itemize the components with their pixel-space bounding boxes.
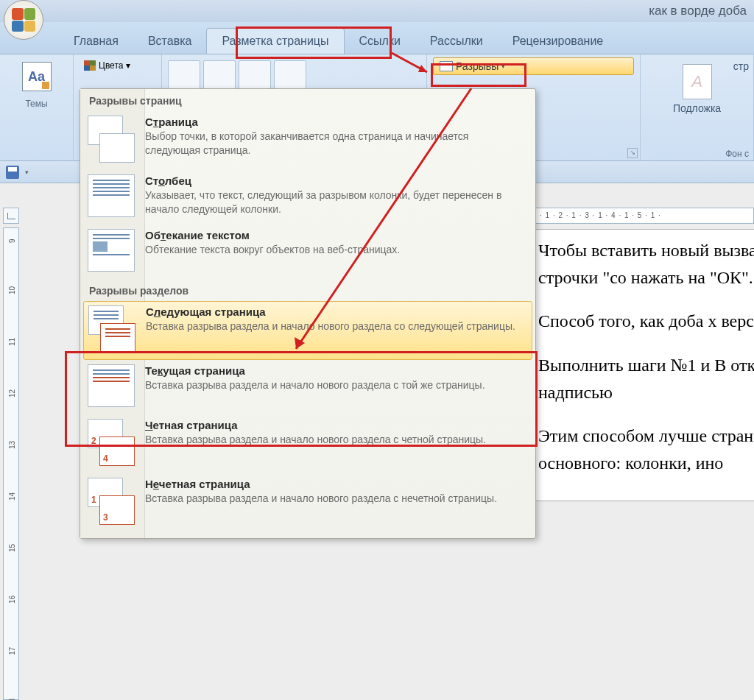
watermark-button[interactable]: Подложка [646,58,747,120]
page-bg-group-label: Фон с [725,145,749,159]
window-title: как в ворде доба [649,4,747,18]
break-textwrap-title: Обтекание текстом [145,229,526,241]
break-continuous-icon [88,364,135,407]
break-column-title: Столбец [145,174,526,187]
break-continuous-item[interactable]: Текущая страница Вставка разрыва раздела… [80,360,535,414]
ribbon-tabs: Главная Вставка Разметка страницы Ссылки… [0,22,754,54]
break-nextpage-title: Следующая страница [146,305,526,318]
break-continuous-desc: Вставка разрыва раздела и начало нового … [145,378,526,392]
tab-references[interactable]: Ссылки [345,29,415,54]
page-color-partial: стр [733,60,749,72]
break-page-item[interactable]: Страница Выбор точки, в которой заканчив… [80,111,535,170]
tab-page-layout[interactable]: Разметка страницы [206,28,344,54]
breaks-button[interactable]: Разрывы ▾ [433,57,634,75]
doc-paragraph: Этим способом лучше странице будет испол… [538,423,754,477]
themes-label: Темы [6,95,67,109]
dropdown-section-section-breaks: Разрывы разделов [80,279,535,301]
chevron-down-icon: ▾ [501,63,505,70]
orientation-button[interactable] [203,60,236,90]
break-column-icon [88,174,135,217]
office-button[interactable] [4,0,46,43]
break-column-desc: Указывает, что текст, следующий за разры… [145,188,526,216]
size-button[interactable] [239,60,271,90]
group-page-background: Подложка стр Фон с [641,54,754,160]
break-textwrap-item[interactable]: Обтекание текстом Обтекание текста вокру… [80,225,535,279]
break-textwrap-desc: Обтекание текста вокруг объектов на веб-… [145,243,526,257]
watermark-icon [683,64,712,99]
break-nextpage-desc: Вставка разрыва раздела и начало нового … [146,319,526,333]
dropdown-arrow-icon: ▾ [126,60,130,71]
colors-label: Цвета [99,60,123,71]
break-column-item[interactable]: Столбец Указывает, что текст, следующий … [80,170,535,225]
breaks-dropdown: Разрывы страниц Страница Выбор точки, в … [80,88,536,539]
break-page-title: Страница [145,116,526,128]
tab-mailings[interactable]: Рассылки [415,29,498,54]
break-oddpage-title: Нечетная страница [145,478,526,490]
ruler-corner[interactable] [3,208,19,224]
break-oddpage-item[interactable]: 13 Нечетная страница Вставка разрыва раз… [80,473,535,532]
breaks-label: Разрывы [456,60,498,72]
themes-button[interactable]: Aa [6,58,67,95]
break-evenpage-desc: Вставка разрыва раздела и начало нового … [145,433,526,447]
doc-paragraph: Чтобы вставить новый вызвать окно "Разры… [538,237,754,291]
breaks-icon [440,61,453,71]
break-page-icon [88,116,135,163]
qat-dropdown-icon[interactable]: ▾ [25,169,29,176]
watermark-label: Подложка [673,102,721,114]
vertical-ruler[interactable]: 9 10 11 12 13 14 15 16 17 18 [3,227,19,700]
break-evenpage-icon: 24 [88,419,135,466]
tab-insert[interactable]: Вставка [133,29,206,54]
title-bar: как в ворде доба [0,0,754,22]
colors-button[interactable]: Цвета ▾ [80,58,155,73]
break-continuous-title: Текущая страница [145,364,526,377]
page-setup-launcher-2[interactable]: ↘ [627,148,638,158]
tab-home[interactable]: Главная [59,29,133,54]
break-evenpage-title: Четная страница [145,419,526,431]
doc-paragraph: Способ того, как доба х версиях сводится… [538,308,754,335]
columns-button[interactable] [274,60,306,90]
break-textwrap-icon [88,229,135,272]
tab-review[interactable]: Рецензирование [498,29,619,54]
group-themes: Aa Темы [0,54,74,160]
dropdown-section-page-breaks: Разрывы страниц [80,89,535,111]
break-page-desc: Выбор точки, в которой заканчивается одн… [145,130,526,158]
doc-paragraph: Выполнить шаги №1 и В открывшемся меню р… [538,352,754,406]
save-icon[interactable] [6,166,19,179]
horizontal-ruler[interactable]: · 1 · 2 · 1 · 3 · 1 · 4 · 1 · 5 · 1 · [535,208,754,224]
document-page[interactable]: Чтобы вставить новый вызвать окно "Разры… [535,229,754,501]
break-oddpage-icon: 13 [88,478,135,525]
break-evenpage-item[interactable]: 24 Четная страница Вставка разрыва разде… [80,414,535,473]
break-oddpage-desc: Вставка разрыва раздела и начало нового … [145,492,526,506]
margins-button[interactable] [168,60,200,90]
break-nextpage-item[interactable]: Следующая страница Вставка разрыва разде… [83,301,532,360]
break-nextpage-icon [88,305,135,353]
